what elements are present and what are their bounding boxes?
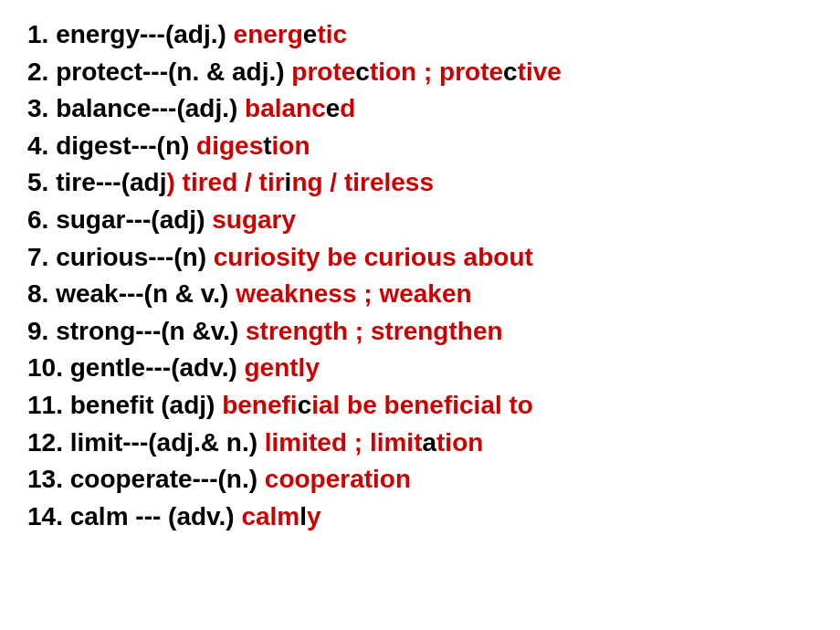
- word-line-11: 11. benefit (adj) beneficial be benefici…: [27, 387, 813, 425]
- word-line-14: 14. calm --- (adv.) calmly: [27, 499, 813, 536]
- word-line-7: 7. curious---(n) curiosity be curious ab…: [27, 239, 813, 277]
- word-line-8: 8. weak---(n & v.) weakness ; weaken: [27, 276, 813, 313]
- word-line-3: 3. balance---(adj.) balanced: [27, 90, 813, 128]
- word-line-4: 4. digest---(n) digestion: [27, 128, 813, 165]
- word-line-5: 5. tire---(adj) tired / tiring / tireles…: [27, 164, 813, 202]
- word-line-6: 6. sugar---(adj) sugary: [27, 202, 813, 239]
- word-line-2: 2. protect---(n. & adj.) protection ; pr…: [27, 54, 813, 91]
- word-list: 1. energy---(adj.) energetic2. protect--…: [27, 16, 813, 535]
- word-line-1: 1. energy---(adj.) energetic: [27, 16, 813, 54]
- word-line-13: 13. cooperate---(n.) cooperation: [27, 461, 813, 499]
- word-line-10: 10. gentle---(adv.) gently: [27, 350, 813, 387]
- word-line-9: 9. strong---(n &v.) strength ; strengthe…: [27, 313, 813, 351]
- word-line-12: 12. limit---(adj.& n.) limited ; limitat…: [27, 425, 813, 462]
